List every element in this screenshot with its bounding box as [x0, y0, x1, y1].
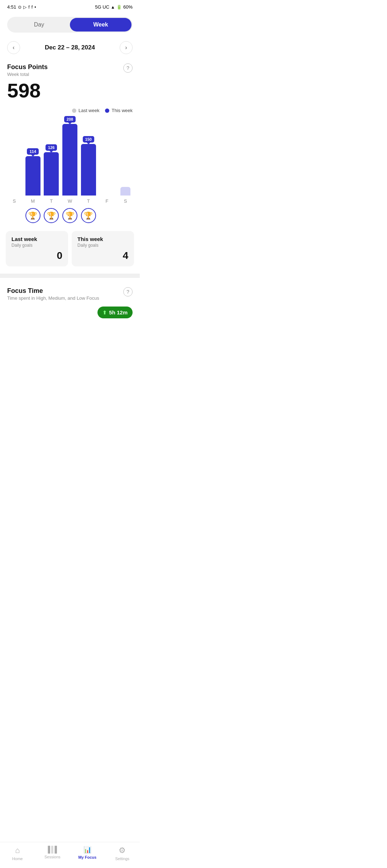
focus-points-title: Focus Points	[7, 63, 48, 71]
axis-label-5: F	[98, 198, 116, 204]
focus-time-title: Focus Time	[7, 287, 99, 295]
status-left: 4:51 ⊙ ▷ f f ●	[7, 4, 36, 10]
status-bar: 4:51 ⊙ ▷ f f ● 5G UC ▲ 🔋 60%	[0, 0, 140, 12]
this-week-goals-card: This week Daily goals 4	[72, 231, 134, 266]
chart-bars-area: 114126208150	[5, 117, 135, 196]
last-week-goals-card: Last week Daily goals 0	[6, 231, 68, 266]
trophy-item-4: 🏆	[79, 208, 98, 223]
facebook2-icon: f	[32, 5, 33, 10]
bar-chart: 114126208150	[0, 117, 140, 196]
daily-goals-row: Last week Daily goals 0 This week Daily …	[0, 227, 140, 270]
bar-4	[81, 144, 96, 196]
axis-label-0: S	[5, 198, 24, 204]
battery-icon: 🔋	[116, 5, 122, 10]
day-toggle-button[interactable]: Day	[8, 18, 70, 32]
focus-points-help-button[interactable]: ?	[123, 63, 133, 73]
bar-label-2: 126	[46, 144, 57, 151]
trophy-item-0	[5, 208, 24, 223]
bar-label-4: 150	[83, 136, 94, 143]
facebook-icon: f	[28, 5, 29, 10]
dot-indicator: ●	[34, 5, 36, 9]
bar-col-W-3: 208	[61, 116, 79, 196]
axis-label-3: W	[61, 198, 79, 204]
axis-label-2: T	[42, 198, 61, 204]
focus-time-badge: ⬆ 5h 12m	[97, 307, 133, 318]
chart-legend: Last week This week	[0, 106, 140, 115]
trophy-item-2: 🏆	[42, 208, 61, 223]
last-week-label: Last week	[78, 108, 100, 113]
trophy-circle-2: 🏆	[44, 208, 59, 223]
trophy-item-3: 🏆	[61, 208, 79, 223]
trophy-row: 🏆🏆🏆🏆	[0, 204, 140, 227]
prev-week-button[interactable]: ‹	[7, 41, 20, 54]
focus-time-help-button[interactable]: ?	[123, 287, 133, 296]
bar-label-3: 208	[64, 116, 76, 122]
last-week-card-subtitle: Daily goals	[11, 243, 62, 248]
bar-col-F-5	[98, 185, 116, 196]
day-week-toggle[interactable]: Day Week	[7, 17, 133, 33]
google-icon: ⊙	[18, 5, 22, 10]
focus-points-header: Focus Points Week total	[7, 63, 48, 77]
trophy-circle-4: 🏆	[81, 208, 96, 223]
status-time: 4:51	[7, 4, 16, 10]
this-week-card-subtitle: Daily goals	[77, 243, 128, 248]
signal-icon: ▲	[111, 5, 115, 10]
trophy-item-6	[116, 208, 135, 223]
date-navigation: ‹ Dec 22 – 28, 2024 ›	[0, 38, 140, 58]
telegram-icon: ▷	[23, 5, 27, 10]
week-toggle-button[interactable]: Week	[70, 18, 132, 32]
this-week-card-title: This week	[77, 236, 128, 242]
chart-axis-labels: SMTWTFS	[0, 196, 140, 204]
focus-time-section: Focus Time Time spent in High, Medium, a…	[0, 281, 140, 322]
trophy-item-1: 🏆	[24, 208, 42, 223]
focus-points-section: Focus Points Week total ? 598	[0, 58, 140, 106]
focus-time-header: Focus Time Time spent in High, Medium, a…	[7, 287, 99, 301]
this-week-goals-value: 4	[77, 250, 128, 261]
trophy-item-5	[98, 208, 116, 223]
focus-time-value: 5h 12m	[109, 309, 128, 315]
trophy-circle-3: 🏆	[62, 208, 77, 223]
bar-col-S-0	[5, 185, 24, 196]
bar-2	[44, 152, 59, 196]
this-week-dot	[105, 108, 109, 113]
bar-1	[25, 156, 40, 196]
bar-col-M-1: 114	[24, 148, 42, 196]
trophy-circle-1: 🏆	[25, 208, 40, 223]
axis-label-1: M	[24, 198, 42, 204]
bar-3	[62, 124, 77, 196]
network-label: 5G UC	[95, 4, 109, 10]
bar-6	[120, 187, 130, 196]
date-range-label: Dec 22 – 28, 2024	[45, 44, 95, 51]
bar-col-S-6	[116, 177, 135, 196]
this-week-label: This week	[111, 108, 133, 113]
battery-percent: 60%	[123, 4, 133, 10]
arrow-up-icon: ⬆	[102, 310, 107, 315]
last-week-goals-value: 0	[11, 250, 62, 261]
last-week-dot	[72, 108, 76, 113]
this-week-legend: This week	[105, 108, 133, 113]
focus-points-subtitle: Week total	[7, 72, 48, 77]
axis-label-6: S	[116, 198, 135, 204]
axis-label-4: T	[79, 198, 98, 204]
bar-label-1: 114	[27, 148, 38, 155]
section-divider	[0, 274, 140, 278]
focus-time-subtitle: Time spent in High, Medium, and Low Focu…	[7, 295, 99, 301]
status-right: 5G UC ▲ 🔋 60%	[95, 4, 133, 10]
bar-col-T-4: 150	[79, 136, 98, 196]
focus-points-value: 598	[7, 81, 133, 101]
last-week-card-title: Last week	[11, 236, 62, 242]
next-week-button[interactable]: ›	[120, 41, 133, 54]
last-week-legend: Last week	[72, 108, 100, 113]
bar-col-T-2: 126	[42, 144, 61, 196]
